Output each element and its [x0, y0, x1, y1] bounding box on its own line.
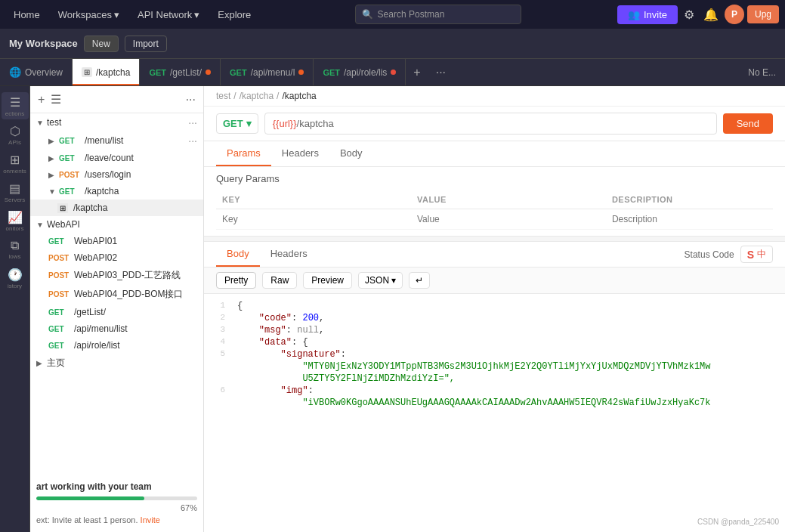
expand-arrow-test: ▼ [36, 119, 44, 127]
collections-icon: ☰ [10, 95, 20, 110]
tab-overview[interactable]: 🌐 Overview [0, 59, 73, 85]
params-title: Query Params [216, 173, 773, 184]
params-empty-row [216, 209, 773, 230]
tree-item-menulist[interactable]: ▶ GET /menu/list ··· [30, 131, 203, 150]
tree-item-webapi03[interactable]: POST WebAPI03_PDD-工艺路线 [30, 266, 203, 285]
tree-folder-webapi[interactable]: ▼ WebAPI [30, 216, 203, 233]
tree-item-getlist[interactable]: GET /getList/ [30, 304, 203, 320]
code-line-6-val: "iVBORw0KGgoAAAANSUhEUgAAAGQAAAAkCAIAAAD… [204, 397, 785, 409]
tree-item-userslogin[interactable]: ▶ POST /users/login [30, 166, 203, 183]
settings-icon[interactable]: ⚙ [681, 5, 697, 25]
expand-arrow-menulist: ▶ [48, 137, 56, 145]
nav-workspaces[interactable]: Workspaces ▾ [51, 6, 127, 23]
search-box[interactable]: 🔍 Search Postman [355, 5, 521, 24]
tree-item-apimenulist[interactable]: GET /api/menu/list [30, 320, 203, 337]
resp-tab-body[interactable]: Body [216, 242, 260, 267]
tree-item-dots-test[interactable]: ··· [188, 116, 197, 128]
tree-item-kaptcha-child[interactable]: ⊞ /kaptcha [30, 200, 203, 216]
param-value-input[interactable] [417, 214, 600, 224]
response-section: Body Headers Status Code S 中 Pretty Raw … [204, 242, 785, 532]
send-button[interactable]: Send [723, 113, 773, 134]
json-format-select[interactable]: JSON ▾ [358, 272, 403, 289]
tab-dot-apirole [391, 70, 396, 75]
nav-home[interactable]: Home [6, 6, 48, 23]
resp-tab-headers[interactable]: Headers [260, 242, 318, 267]
tree-item-webapi02[interactable]: POST WebAPI02 [30, 249, 203, 266]
upgrade-button[interactable]: Upg [747, 5, 779, 23]
req-tab-params[interactable]: Params [216, 141, 271, 166]
tab-apimenu[interactable]: GET /api/menu/l [221, 59, 314, 85]
workspace-label: My Workspace [9, 38, 78, 49]
method-select[interactable]: GET ▾ [216, 113, 258, 134]
breadcrumb-test[interactable]: test [216, 91, 230, 101]
wrap-button[interactable]: ↵ [409, 272, 430, 289]
tab-dot-apimenu [298, 70, 304, 75]
main-content: test / /kaptcha / /kaptcha GET ▾ {{url}}… [204, 86, 785, 532]
sidebar-icon-collections[interactable]: ☰ ections [2, 92, 29, 119]
tabs-bar: 🌐 Overview ⊞ /kaptcha GET /getList/ GET … [0, 59, 785, 86]
tree-item-webapi04[interactable]: POST WebAPI04_PDD-BOM接口 [30, 285, 203, 304]
code-line-5-key: 5 "signature": [204, 348, 785, 360]
sidebar-icon-flows[interactable]: ⧉ lows [2, 236, 29, 263]
expand-arrow-leave: ▶ [48, 154, 56, 162]
tab-kaptcha[interactable]: ⊞ /kaptcha [73, 59, 140, 85]
team-invite-link[interactable]: Invite [141, 515, 160, 524]
sidebar-icon-environments[interactable]: ⊞ onments [2, 150, 29, 177]
tab-getlist[interactable]: GET /getList/ [140, 59, 221, 85]
request-bar: GET ▾ {{url}}/kaptcha Send [204, 107, 785, 141]
code-line-1: 1 { [204, 300, 785, 312]
tree-folder-main[interactable]: ▶ 主页 [30, 354, 203, 373]
format-pretty-button[interactable]: Pretty [216, 272, 256, 289]
sidebar-icon-history[interactable]: 🕐 istory [2, 264, 29, 292]
invite-button[interactable]: 👥 Invite [617, 5, 678, 24]
response-toolbar: Pretty Raw Preview JSON ▾ ↵ [204, 268, 785, 294]
tree-item-leavecount[interactable]: ▶ GET /leave/count [30, 150, 203, 166]
import-button[interactable]: Import [125, 36, 167, 52]
req-tab-body[interactable]: Body [329, 141, 373, 166]
tree-folder-kaptcha[interactable]: ▼ GET /kaptcha [30, 183, 203, 200]
param-desc-input[interactable] [612, 214, 767, 224]
add-collection-button[interactable]: + [36, 91, 46, 108]
code-line-2: 2 "code": 200, [204, 312, 785, 324]
tree-item-dots-menulist[interactable]: ··· [188, 135, 197, 147]
translate-s-icon: S [747, 249, 754, 261]
main-layout: ☰ ections ⬡ APIs ⊞ onments ▤ Servers 📈 o… [0, 86, 785, 532]
avatar[interactable]: P [725, 5, 744, 24]
tree-folder-test[interactable]: ▼ test ··· [30, 113, 203, 131]
file-tree: + ☰ ··· ▼ test ··· ▶ GET /menu/list ··· [30, 86, 204, 532]
sidebar-icon-monitors[interactable]: 📈 onitors [2, 207, 29, 234]
breadcrumb-current: /kaptcha [282, 91, 316, 101]
format-raw-button[interactable]: Raw [262, 272, 297, 289]
tab-dot-getlist [206, 70, 211, 75]
nav-api-network[interactable]: API Network ▾ [130, 6, 207, 23]
url-input[interactable]: {{url}}/kaptcha [264, 113, 717, 135]
tree-item-webapi01[interactable]: GET WebAPI01 [30, 233, 203, 249]
sidebar-icon-mock-servers[interactable]: ▤ Servers [2, 178, 29, 206]
flows-icon: ⧉ [11, 239, 19, 252]
notifications-icon[interactable]: 🔔 [700, 5, 722, 25]
filter-button[interactable]: ☰ [49, 91, 63, 108]
add-tab-button[interactable]: + [406, 66, 428, 79]
translate-badge[interactable]: S 中 [740, 246, 773, 263]
tree-item-apirolelist[interactable]: GET /api/role/list [30, 337, 203, 354]
param-key-input[interactable] [222, 214, 405, 224]
tab-apirole[interactable]: GET /api/role/lis [314, 59, 406, 85]
more-tabs-button[interactable]: ··· [428, 66, 453, 79]
new-button[interactable]: New [84, 36, 119, 52]
sidebar-icon-apis[interactable]: ⬡ APIs [2, 121, 29, 148]
top-navigation: Home Workspaces ▾ API Network ▾ Explore … [0, 0, 785, 29]
more-options-button[interactable]: ··· [184, 91, 197, 108]
team-title: art working with your team [36, 481, 197, 492]
environments-icon: ⊞ [10, 153, 20, 167]
request-tabs: Params Headers Body [204, 141, 785, 167]
nav-explore[interactable]: Explore [210, 6, 258, 23]
status-code-label: Status Code [685, 246, 734, 263]
response-code-block: 1 { 2 "code": 200, 3 "msg": null, 4 "dat… [204, 294, 785, 532]
req-tab-headers[interactable]: Headers [271, 141, 329, 166]
format-preview-button[interactable]: Preview [303, 272, 352, 289]
expand-arrow-kaptcha: ▼ [48, 187, 56, 196]
breadcrumb-kaptcha-parent[interactable]: /kaptcha [240, 91, 274, 101]
url-variable: {{url}} [273, 118, 297, 129]
params-table: KEY VALUE DESCRIPTION [216, 190, 773, 230]
monitors-icon: 📈 [8, 210, 23, 224]
